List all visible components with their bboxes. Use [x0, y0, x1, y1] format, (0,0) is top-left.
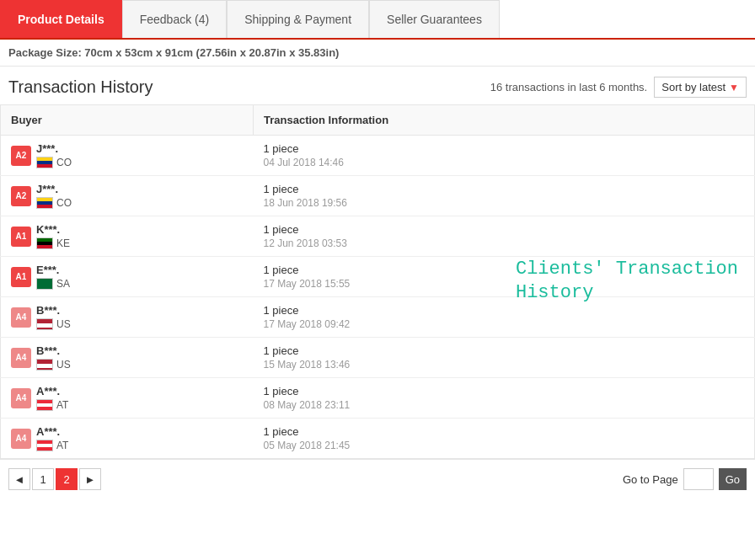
- buyer-country: CO: [36, 197, 72, 209]
- pagination-bar: ◄ 1 2 ► Go to Page Go: [0, 459, 755, 499]
- buyer-avatar: A4: [11, 307, 31, 328]
- flag-icon: [36, 440, 53, 451]
- table-row: A4 A***. AT 1 piece 08 May 2018 23:11: [1, 378, 755, 419]
- page-controls: ◄ 1 2 ►: [8, 468, 101, 490]
- transaction-info-cell-5: 1 piece 15 May 2018 13:46: [254, 338, 755, 378]
- buyer-avatar: A4: [11, 388, 31, 408]
- transaction-info-cell-4: 1 piece 17 May 2018 09:42: [254, 297, 755, 338]
- buyer-info: A***. AT: [36, 425, 68, 451]
- sort-label: Sort by latest: [661, 81, 726, 93]
- buyer-country: US: [36, 359, 71, 371]
- page-2-button[interactable]: 2: [56, 468, 78, 490]
- buyer-name: J***.: [36, 142, 72, 155]
- buyer-country: CO: [36, 157, 72, 168]
- buyer-cell-2: A1 K***. KE: [1, 216, 254, 257]
- buyer-info: B***. US: [36, 304, 71, 330]
- tab-product-details[interactable]: Product Details: [0, 0, 122, 38]
- col-transaction-info: Transaction Information: [254, 105, 755, 136]
- piece-date: 17 May 2018 09:42: [264, 318, 745, 330]
- flag-icon: [36, 197, 53, 209]
- buyer-info: K***. KE: [36, 223, 70, 249]
- transaction-info-cell-2: 1 piece 12 Jun 2018 03:53: [254, 216, 755, 257]
- tab-seller-guarantees[interactable]: Seller Guarantees: [369, 0, 500, 38]
- piece-quantity: 1 piece: [264, 425, 745, 438]
- buyer-info: J***. CO: [36, 183, 72, 209]
- package-value: 70cm x 53cm x 91cm (27.56in x 20.87in x …: [84, 46, 339, 59]
- goto-page-input[interactable]: [683, 468, 714, 490]
- buyer-country: US: [36, 318, 71, 330]
- table-row: A1 E***. SA 1 piece 17 May 2018 15:55: [1, 257, 755, 297]
- buyer-info: J***. CO: [36, 142, 72, 168]
- flag-icon: [36, 278, 53, 290]
- transaction-count: 16 transactions in last 6 months.: [490, 81, 647, 93]
- piece-date: 08 May 2018 23:11: [264, 399, 745, 411]
- piece-quantity: 1 piece: [264, 183, 745, 195]
- transaction-table-wrapper: Buyer Transaction Information A2 J***. C…: [0, 104, 755, 459]
- flag-icon: [36, 318, 53, 330]
- package-info: Package Size: 70cm x 53cm x 91cm (27.56i…: [0, 40, 755, 67]
- buyer-info: B***. US: [36, 344, 71, 371]
- table-row: A1 K***. KE 1 piece 12 Jun 2018 03:53: [1, 216, 755, 257]
- piece-date: 15 May 2018 13:46: [264, 359, 745, 371]
- piece-quantity: 1 piece: [264, 344, 745, 357]
- tab-shipping-payment[interactable]: Shipping & Payment: [227, 0, 369, 38]
- piece-date: 17 May 2018 15:55: [264, 278, 745, 290]
- piece-quantity: 1 piece: [264, 264, 745, 276]
- flag-icon: [36, 359, 53, 371]
- flag-icon: [36, 399, 53, 411]
- piece-quantity: 1 piece: [264, 223, 745, 236]
- col-buyer: Buyer: [1, 105, 254, 136]
- table-row: A2 J***. CO 1 piece 18 Jun 2018 19:56: [1, 176, 755, 216]
- buyer-avatar: A4: [11, 348, 31, 368]
- buyer-country: AT: [36, 399, 68, 411]
- transaction-info-cell-3: 1 piece 17 May 2018 15:55: [254, 257, 755, 297]
- buyer-info: A***. AT: [36, 385, 68, 411]
- buyer-country: KE: [36, 237, 70, 249]
- prev-page-button[interactable]: ◄: [8, 468, 30, 490]
- transaction-title: Transaction History: [8, 77, 153, 97]
- buyer-cell-5: A4 B***. US: [1, 338, 254, 378]
- goto-label: Go to Page: [623, 473, 678, 486]
- sort-arrow-icon: ▼: [729, 82, 739, 93]
- sort-button[interactable]: Sort by latest ▼: [654, 77, 747, 98]
- transaction-info-cell-1: 1 piece 18 Jun 2018 19:56: [254, 176, 755, 216]
- buyer-name: K***.: [36, 223, 70, 236]
- buyer-avatar: A4: [11, 429, 31, 449]
- package-label: Package Size:: [8, 46, 82, 59]
- flag-icon: [36, 157, 53, 168]
- buyer-avatar: A1: [11, 227, 31, 247]
- buyer-cell-0: A2 J***. CO: [1, 136, 254, 176]
- buyer-name: J***.: [36, 183, 72, 195]
- buyer-cell-4: A4 B***. US: [1, 297, 254, 338]
- buyer-name: B***.: [36, 304, 71, 317]
- page-1-button[interactable]: 1: [32, 468, 54, 490]
- buyer-avatar: A1: [11, 267, 31, 287]
- buyer-cell-1: A2 J***. CO: [1, 176, 254, 216]
- piece-date: 05 May 2018 21:45: [264, 440, 745, 451]
- table-row: A4 B***. US 1 piece 17 May 2018 09:42: [1, 297, 755, 338]
- table-row: A2 J***. CO 1 piece 04 Jul 2018 14:46: [1, 136, 755, 176]
- buyer-name: E***.: [36, 264, 70, 276]
- tabs-bar: Product Details Feedback (4) Shipping & …: [0, 0, 755, 40]
- transaction-header: Transaction History 16 transactions in l…: [0, 67, 755, 104]
- transaction-table: Buyer Transaction Information A2 J***. C…: [0, 104, 755, 459]
- transaction-meta: 16 transactions in last 6 months. Sort b…: [490, 77, 747, 98]
- goto-go-button[interactable]: Go: [719, 468, 747, 490]
- buyer-country: SA: [36, 278, 70, 290]
- buyer-name: B***.: [36, 344, 71, 357]
- buyer-cell-3: A1 E***. SA: [1, 257, 254, 297]
- buyer-avatar: A2: [11, 186, 31, 206]
- piece-date: 18 Jun 2018 19:56: [264, 197, 745, 209]
- buyer-country: AT: [36, 440, 68, 451]
- transaction-info-cell-6: 1 piece 08 May 2018 23:11: [254, 378, 755, 419]
- buyer-info: E***. SA: [36, 264, 70, 290]
- piece-quantity: 1 piece: [264, 304, 745, 317]
- piece-date: 04 Jul 2018 14:46: [264, 157, 745, 168]
- piece-quantity: 1 piece: [264, 385, 745, 397]
- buyer-cell-7: A4 A***. AT: [1, 419, 254, 459]
- buyer-avatar: A2: [11, 146, 31, 166]
- tab-feedback[interactable]: Feedback (4): [122, 0, 227, 38]
- table-row: A4 B***. US 1 piece 15 May 2018 13:46: [1, 338, 755, 378]
- next-page-button[interactable]: ►: [79, 468, 101, 490]
- buyer-name: A***.: [36, 425, 68, 438]
